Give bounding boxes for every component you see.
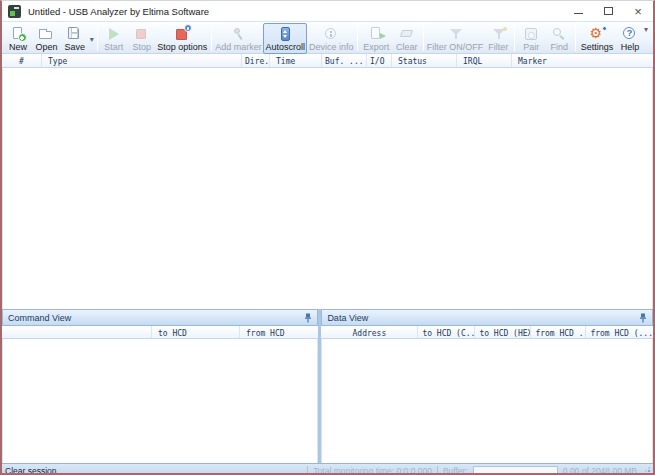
save-dropdown-icon[interactable]: ▾	[90, 33, 94, 44]
window-controls: ×	[563, 1, 653, 21]
settings-gear-icon: ⚙	[588, 26, 607, 41]
minimize-icon	[574, 13, 583, 14]
column-header-number[interactable]: #	[2, 54, 42, 67]
autoscroll-button[interactable]: Autoscroll	[263, 23, 307, 54]
command-view-body[interactable]	[2, 339, 318, 463]
close-icon: ×	[634, 5, 642, 18]
data-column-to-hcd-hex[interactable]: to HCD (HEX)	[475, 326, 531, 338]
add-marker-button[interactable]: Add marker	[214, 23, 264, 54]
window-title: Untitled - USB Analyzer by Eltima Softwa…	[28, 6, 209, 17]
save-floppy-icon	[65, 26, 84, 41]
data-view-title: Data View	[327, 313, 368, 323]
column-header-type[interactable]: Type	[42, 54, 242, 67]
pair-icon	[522, 26, 541, 41]
stop-options-button[interactable]: Stop options	[156, 23, 209, 54]
maximize-button[interactable]	[593, 1, 623, 21]
status-separator	[307, 466, 308, 475]
command-column-from-hcd[interactable]: from HCD	[240, 326, 318, 338]
close-button[interactable]: ×	[623, 1, 653, 21]
status-session-text: Clear session	[5, 466, 57, 475]
new-document-icon	[9, 26, 28, 41]
status-bar: Clear session Total monitoring time: 0:0…	[2, 463, 653, 475]
data-view-header: Data View	[321, 309, 653, 326]
buffer-progress-bar	[473, 466, 558, 475]
export-button[interactable]: Export	[360, 23, 392, 54]
data-view-columns: Address to HCD (C... to HCD (HEX) from H…	[321, 326, 653, 339]
column-header-direction[interactable]: Dire...	[242, 54, 270, 67]
data-column-address[interactable]: Address	[321, 326, 418, 338]
data-column-to-hcd-char[interactable]: to HCD (C...	[418, 326, 475, 338]
command-view-panel: Command View to HCD from HCD	[2, 309, 318, 463]
bottom-panels: Command View to HCD from HCD Data View	[2, 309, 653, 463]
command-column-blank[interactable]	[2, 326, 152, 338]
open-folder-icon	[37, 26, 56, 41]
column-header-irql[interactable]: IRQL	[457, 54, 512, 67]
filter-edit-icon	[489, 26, 508, 41]
autoscroll-icon	[276, 26, 295, 41]
stop-button[interactable]: Stop	[128, 23, 156, 54]
title-bar: Untitled - USB Analyzer by Eltima Softwa…	[2, 1, 653, 21]
settings-button[interactable]: ⚙ Settings	[578, 23, 616, 54]
filter-funnel-icon	[446, 26, 465, 41]
new-button[interactable]: New	[4, 23, 32, 54]
filter-button[interactable]: Filter	[484, 23, 512, 54]
column-header-io[interactable]: I/O	[367, 54, 392, 67]
capture-list-area[interactable]	[2, 68, 653, 309]
data-view-panel: Data View Address to HCD (C... to HCD (H…	[321, 309, 653, 463]
pin-icon[interactable]	[639, 313, 647, 323]
toolbar-separator	[97, 25, 98, 51]
help-button[interactable]: ? Help	[616, 23, 644, 54]
toolbar-separator	[357, 25, 358, 51]
eraser-icon	[397, 26, 416, 41]
start-play-icon	[104, 26, 123, 41]
device-info-button[interactable]: Device info	[307, 23, 355, 54]
pair-button[interactable]: Pair	[517, 23, 545, 54]
app-window: Untitled - USB Analyzer by Eltima Softwa…	[0, 0, 655, 475]
toolbar-separator	[575, 25, 576, 51]
export-icon	[367, 26, 386, 41]
filter-onoff-button[interactable]: Filter ON/OFF	[426, 23, 484, 54]
pin-icon[interactable]	[304, 313, 312, 323]
info-circle-icon	[322, 26, 341, 41]
toolbar-separator	[423, 25, 424, 51]
marker-pin-icon	[229, 26, 248, 41]
search-magnifier-icon	[550, 26, 569, 41]
help-question-icon: ?	[620, 26, 639, 41]
open-button[interactable]: Open	[32, 23, 61, 54]
column-header-buffer[interactable]: Buf. ...	[322, 54, 367, 67]
monitoring-time-text: Total monitoring time: 0:0:0.000	[313, 466, 432, 475]
command-view-header: Command View	[2, 309, 318, 326]
clear-button[interactable]: Clear	[392, 23, 420, 54]
start-button[interactable]: Start	[100, 23, 128, 54]
stop-options-icon	[173, 26, 192, 41]
data-column-from-hcd-hex[interactable]: from HCD (...	[586, 326, 653, 338]
app-icon[interactable]	[8, 5, 21, 18]
command-view-title: Command View	[8, 313, 71, 323]
toolbar-separator	[514, 25, 515, 51]
data-column-from-hcd-char[interactable]: from HCD ...	[531, 326, 586, 338]
maximize-icon	[604, 7, 613, 15]
toolbar-overflow-icon[interactable]: ▾	[644, 23, 651, 34]
resize-grip[interactable]	[641, 466, 650, 475]
column-header-status[interactable]: Status	[392, 54, 457, 67]
command-column-to-hcd[interactable]: to HCD	[152, 326, 240, 338]
find-button[interactable]: Find	[545, 23, 573, 54]
column-header-marker[interactable]: Marker	[512, 54, 653, 67]
column-header-time[interactable]: Time	[270, 54, 322, 67]
data-view-body[interactable]	[321, 339, 653, 463]
buffer-usage-text: 0.00 of 2048.00 MB	[563, 466, 637, 475]
command-view-columns: to HCD from HCD	[2, 326, 318, 339]
buffer-label: Buffer:	[443, 466, 468, 475]
save-button[interactable]: Save	[61, 23, 89, 54]
stop-square-icon	[132, 26, 151, 41]
minimize-button[interactable]	[563, 1, 593, 21]
toolbar-separator	[211, 25, 212, 51]
toolbar: New Open Save ▾ Start Stop Stop options …	[2, 21, 653, 54]
status-separator	[437, 466, 438, 475]
main-table-header: # Type Dire... Time Buf. ... I/O Status …	[2, 54, 653, 68]
